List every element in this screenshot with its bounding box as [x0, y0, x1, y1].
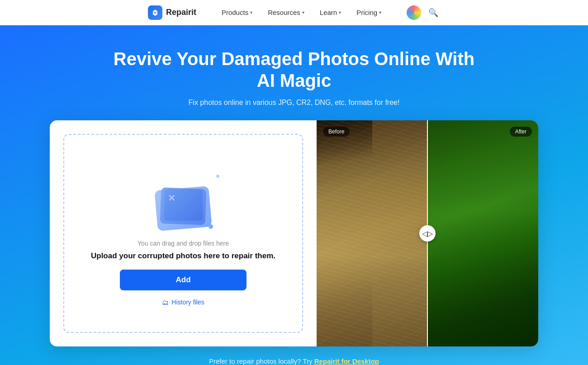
search-icon[interactable]: 🔍	[427, 6, 440, 19]
upload-main-text: Upload your corrupted photos here to rep…	[91, 251, 275, 261]
upload-illustration: ✕	[147, 166, 219, 229]
dot-icon-2	[216, 175, 219, 178]
dot-icon-1	[209, 224, 213, 229]
upload-panel: ✕ You can drag and drop files here Uploa…	[50, 120, 317, 346]
logo-icon	[148, 5, 162, 20]
person-before	[317, 120, 372, 346]
logo[interactable]: Repairit	[148, 5, 196, 20]
nav-label-products: Products	[222, 9, 248, 16]
x-icon: ✕	[168, 193, 175, 204]
hero-section: Revive Your Damaged Photos Online With A…	[0, 25, 588, 365]
hero-title: Revive Your Damaged Photos Online With A…	[113, 48, 475, 91]
navbar: Repairit Products ▾ Resources ▾ Learn ▾ …	[0, 0, 588, 25]
chevron-down-icon: ▾	[339, 10, 341, 15]
upload-dropzone[interactable]: ✕ You can drag and drop files here Uploa…	[63, 134, 303, 333]
footer-text: Prefer to repair photos locally? Try	[209, 357, 314, 365]
bottom-text: Prefer to repair photos locally? Try Rep…	[209, 357, 379, 365]
compare-panel: Before After ◁▷	[317, 120, 538, 346]
hero-subtitle: Fix photos online in various JPG, CR2, D…	[189, 99, 400, 107]
footer-link[interactable]: Repairit for Desktop	[314, 357, 379, 365]
illus-top: ✕	[164, 189, 203, 221]
drag-text: You can drag and drop files here	[138, 240, 229, 247]
chevron-down-icon: ▾	[250, 10, 252, 15]
compare-handle[interactable]: ◁▷	[419, 225, 436, 242]
history-icon: 🗂	[162, 299, 169, 306]
chevron-down-icon: ▾	[302, 10, 304, 15]
nav-right: 🔍	[407, 5, 440, 20]
add-button[interactable]: Add	[120, 270, 247, 290]
chevron-down-icon: ▾	[379, 10, 381, 15]
compare-before	[317, 120, 427, 346]
before-badge: Before	[323, 127, 350, 137]
nav-label-learn: Learn	[320, 9, 337, 16]
nav-items: Products ▾ Resources ▾ Learn ▾ Pricing ▾	[215, 6, 388, 19]
history-link[interactable]: 🗂 History files	[162, 299, 204, 306]
logo-text: Repairit	[166, 8, 196, 17]
nav-label-resources: Resources	[268, 9, 300, 16]
compare-after	[427, 120, 538, 346]
person-after	[483, 120, 539, 346]
nav-item-products[interactable]: Products ▾	[215, 6, 259, 19]
nav-item-pricing[interactable]: Pricing ▾	[350, 6, 388, 19]
avatar[interactable]	[407, 5, 421, 20]
nav-item-learn[interactable]: Learn ▾	[313, 6, 347, 19]
compare-container: Before After ◁▷	[317, 120, 538, 346]
nav-label-pricing: Pricing	[356, 9, 377, 16]
main-card: ✕ You can drag and drop files here Uploa…	[50, 120, 538, 346]
after-badge: After	[510, 127, 532, 137]
nav-item-resources[interactable]: Resources ▾	[261, 6, 311, 19]
history-label: History files	[171, 299, 204, 306]
